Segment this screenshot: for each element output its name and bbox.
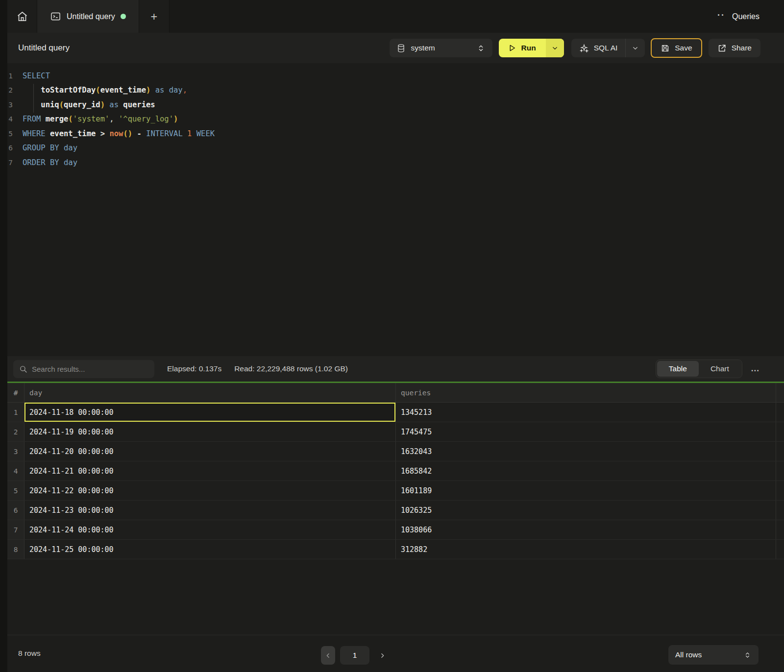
code-line[interactable]: 2 toStartOfDay(event_time) as day,: [0, 83, 784, 98]
page-size-selector[interactable]: All rows: [668, 645, 759, 665]
tab-table-view[interactable]: Table: [657, 361, 699, 377]
code-text: uniq(query_id) as queries: [23, 100, 155, 109]
database-selector[interactable]: system: [390, 39, 492, 57]
play-icon: [508, 44, 516, 52]
column-header-queries[interactable]: queries: [396, 383, 776, 402]
home-icon: [16, 10, 28, 23]
table-row: 52024-11-22 00:00:001601189: [7, 481, 784, 501]
row-index[interactable]: 8: [7, 540, 24, 559]
run-button[interactable]: Run: [499, 39, 546, 57]
cell-queries[interactable]: 1038066: [396, 520, 776, 539]
cell-queries[interactable]: 1632043: [396, 442, 776, 461]
code-line[interactable]: 7ORDER BY day: [0, 155, 784, 170]
row-index[interactable]: 2: [7, 422, 24, 441]
code-line[interactable]: 1SELECT: [0, 69, 784, 83]
code-text: ORDER BY day: [23, 158, 77, 167]
run-button-group: Run: [499, 39, 564, 57]
chevron-left-icon: [325, 652, 331, 659]
row-index[interactable]: 5: [7, 481, 24, 500]
elapsed-stat: Elapsed: 0.137s: [167, 364, 221, 373]
tab-bar-spacer: [170, 0, 717, 33]
tab-chart-view[interactable]: Chart: [699, 361, 741, 377]
row-index[interactable]: 7: [7, 520, 24, 539]
cell-day[interactable]: 2024-11-20 00:00:00: [24, 442, 396, 461]
console-tab-icon: [50, 11, 61, 22]
row-count-label: 8 rows: [18, 649, 41, 658]
cell-queries[interactable]: 1026325: [396, 501, 776, 520]
cell-queries[interactable]: 1745475: [396, 422, 776, 441]
cell-day[interactable]: 2024-11-22 00:00:00: [24, 481, 396, 500]
sql-ai-options-button[interactable]: [625, 39, 645, 57]
index-column-header[interactable]: #: [7, 383, 24, 402]
new-tab-button[interactable]: +: [139, 0, 170, 33]
run-options-button[interactable]: [546, 39, 564, 57]
page-number-button[interactable]: 1: [340, 646, 369, 665]
queries-menu-button[interactable]: ·· Queries: [717, 0, 784, 33]
row-index[interactable]: 4: [7, 461, 24, 480]
cell-queries[interactable]: 1685842: [396, 461, 776, 480]
save-button[interactable]: Save: [651, 38, 702, 58]
table-row: 82024-11-25 00:00:00312882: [7, 540, 784, 559]
queries-label: Queries: [732, 12, 760, 21]
next-page-button[interactable]: [377, 646, 387, 665]
row-index[interactable]: 6: [7, 501, 24, 520]
cell-day[interactable]: 2024-11-24 00:00:00: [24, 520, 396, 539]
results-area: # day queries 12024-11-18 00:00:00134521…: [0, 383, 784, 635]
left-edge-strip: [0, 0, 7, 672]
code-line[interactable]: 5WHERE event_time > now() - INTERVAL 1 W…: [0, 126, 784, 141]
cell-queries[interactable]: 1601189: [396, 481, 776, 500]
code-text: WHERE event_time > now() - INTERVAL 1 WE…: [23, 129, 215, 138]
row-index[interactable]: 3: [7, 442, 24, 461]
previous-page-button[interactable]: [321, 646, 335, 665]
code-line[interactable]: 6GROUP BY day: [0, 141, 784, 156]
code-line[interactable]: 3 uniq(query_id) as queries: [0, 97, 784, 112]
page-size-value: All rows: [675, 650, 743, 659]
sql-console-window: Untitled query + ·· Queries Untitled que…: [0, 0, 784, 672]
view-toggle: Table Chart: [656, 360, 742, 378]
cell-day[interactable]: 2024-11-21 00:00:00: [24, 461, 396, 480]
share-button-label: Share: [732, 44, 752, 52]
code-text: toStartOfDay(event_time) as day,: [23, 86, 187, 95]
share-button[interactable]: Share: [709, 39, 760, 57]
search-results-box[interactable]: [13, 360, 154, 378]
row-index[interactable]: 1: [7, 403, 24, 422]
sql-ai-button[interactable]: SQL AI: [571, 39, 626, 57]
cell-queries[interactable]: 1345213: [396, 403, 776, 422]
results-footer: 8 rows 1 All rows: [0, 635, 784, 672]
table-row: 42024-11-21 00:00:001685842: [7, 461, 784, 481]
sql-editor[interactable]: 1SELECT2 toStartOfDay(event_time) as day…: [0, 63, 784, 356]
query-header: Untitled query system Run: [0, 33, 784, 63]
cell-day-selected[interactable]: 2024-11-18 00:00:00: [24, 403, 396, 422]
cell-day[interactable]: 2024-11-25 00:00:00: [24, 540, 396, 559]
results-toolbar: Elapsed: 0.137s Read: 22,229,488 rows (1…: [0, 356, 784, 382]
sparkles-icon: [579, 43, 589, 53]
unsaved-changes-dot: [121, 14, 126, 19]
sql-ai-button-group: SQL AI: [571, 39, 645, 57]
cell-day[interactable]: 2024-11-23 00:00:00: [24, 501, 396, 520]
cell-day[interactable]: 2024-11-19 00:00:00: [24, 422, 396, 441]
external-link-icon: [717, 44, 727, 53]
chevron-down-icon: [551, 45, 559, 52]
cell-queries[interactable]: 312882: [396, 540, 776, 559]
updown-chevron-icon: [476, 44, 486, 53]
column-header-day[interactable]: day: [24, 383, 396, 402]
search-results-input[interactable]: [32, 365, 148, 373]
tab-bar: Untitled query + ·· Queries: [0, 0, 784, 33]
code-text: GROUP BY day: [23, 144, 77, 152]
run-button-label: Run: [521, 44, 536, 52]
updown-chevron-icon: [743, 651, 752, 659]
table-row: 32024-11-20 00:00:001632043: [7, 442, 784, 461]
table-row: 62024-11-23 00:00:001026325: [7, 501, 784, 520]
table-header-row: # day queries: [7, 383, 784, 403]
code-lines: 1SELECT2 toStartOfDay(event_time) as day…: [0, 69, 784, 170]
results-more-button[interactable]: ...: [751, 364, 760, 374]
table-row: 72024-11-24 00:00:001038066: [7, 520, 784, 540]
home-button[interactable]: [7, 0, 37, 33]
table-body: 12024-11-18 00:00:00134521322024-11-19 0…: [7, 403, 784, 559]
tab-untitled-query[interactable]: Untitled query: [37, 0, 139, 33]
indent-guide: [33, 84, 34, 113]
save-icon: [661, 44, 670, 53]
table-row: 12024-11-18 00:00:001345213: [7, 403, 784, 422]
code-line[interactable]: 4FROM merge('system', '^query_log'): [0, 112, 784, 127]
tab-title: Untitled query: [67, 12, 115, 21]
